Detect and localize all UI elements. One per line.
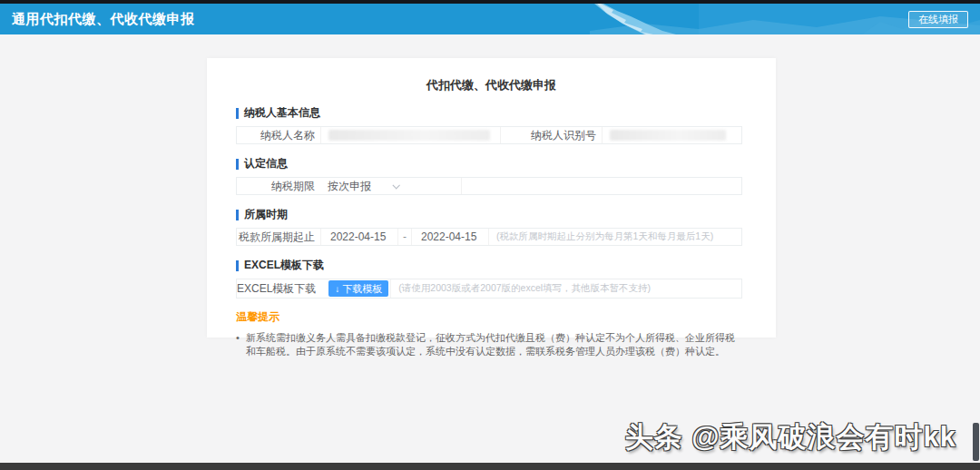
download-icon: ↓ (335, 284, 339, 294)
section-tax-period: 所属时期 税款所属期起止 2022-04-15 - 2022-04-15 (税款… (236, 207, 742, 246)
excel-download-label: EXCEL模板下载 (237, 279, 321, 298)
toutiao-watermark: 头条 @乘风破浪会有时kk (625, 418, 956, 456)
bottom-dark-bar (0, 463, 980, 470)
download-button-label: 下载模板 (342, 283, 382, 294)
chevron-down-icon (392, 181, 399, 189)
taxpayer-name-label: 纳税人名称 (237, 127, 320, 143)
app-window: 通用代扣代缴、代收代缴申报 在线填报 代扣代缴、代收代缴申报 纳税人基本信息 纳… (0, 0, 980, 470)
section-title: 纳税人基本信息 (244, 105, 320, 121)
download-template-button[interactable]: ↓下载模板 (328, 280, 388, 297)
section-title: 认定信息 (244, 156, 288, 171)
vertical-scrollbar-thumb[interactable] (973, 423, 979, 461)
declaration-form-panel: 代扣代缴、代收代缴申报 纳税人基本信息 纳税人名称 纳税人识别号 (207, 58, 776, 338)
section-accent-bar (236, 159, 239, 170)
period-hint-text: (税款所属时期起止分别为每月第1天和每月最后1天) (488, 229, 741, 245)
redacted-taxpayer-id (610, 130, 726, 141)
row-filler (461, 178, 741, 194)
page-title: 通用代扣代缴、代收代缴申报 (12, 4, 195, 34)
recognition-row: 纳税期限 按次申报 (236, 177, 742, 195)
form-title: 代扣代缴、代收代缴申报 (207, 58, 776, 93)
section-title: EXCEL模板下载 (244, 258, 324, 273)
section-excel-template: EXCEL模板下载 EXCEL模板下载 ↓下载模板 (请使用2003版或者200… (236, 258, 742, 299)
date-range-separator: - (397, 229, 411, 245)
tips-title: 温馨提示 (236, 309, 742, 325)
period-end-date-input[interactable]: 2022-04-15 (411, 229, 488, 245)
period-start-date-input[interactable]: 2022-04-15 (320, 229, 397, 245)
tax-period-select[interactable]: 按次申报 (320, 178, 461, 194)
excel-template-row: EXCEL模板下载 ↓下载模板 (请使用2003版或者2007版的excel填写… (236, 279, 742, 299)
taxpayer-id-label: 纳税人识别号 (500, 127, 602, 143)
section-title: 所属时期 (244, 207, 288, 222)
page-header: 通用代扣代缴、代收代缴申报 在线填报 (0, 4, 980, 34)
section-taxpayer-basic-info: 纳税人基本信息 纳税人名称 纳税人识别号 (236, 105, 742, 144)
section-accent-bar (236, 108, 239, 119)
taxpayer-name-value (320, 127, 500, 143)
online-fill-button[interactable]: 在线填报 (908, 11, 968, 28)
section-accent-bar (236, 260, 239, 271)
tips-block: 温馨提示 新系统需扣缴义务人需具备扣缴税款登记，征收方式为代扣代缴且税（费）种认… (236, 309, 742, 358)
section-accent-bar (236, 210, 239, 220)
tips-item: 新系统需扣缴义务人需具备扣缴税款登记，征收方式为代扣代缴且税（费）种认定不为个人… (236, 331, 740, 358)
tax-period-row: 税款所属期起止 2022-04-15 - 2022-04-15 (税款所属时期起… (236, 228, 742, 246)
excel-button-cell: ↓下载模板 (321, 279, 390, 298)
section-recognition-info: 认定信息 纳税期限 按次申报 (236, 156, 742, 195)
redacted-taxpayer-name (328, 130, 490, 141)
tax-period-label: 纳税期限 (237, 178, 320, 194)
period-range-label: 税款所属期起止 (237, 229, 320, 245)
taxpayer-id-value (602, 127, 741, 143)
taxpayer-info-row: 纳税人名称 纳税人识别号 (236, 126, 742, 144)
excel-hint-text: (请使用2003版或者2007版的excel填写，其他版本暂不支持) (390, 279, 741, 298)
tax-period-selected-value: 按次申报 (328, 179, 371, 194)
